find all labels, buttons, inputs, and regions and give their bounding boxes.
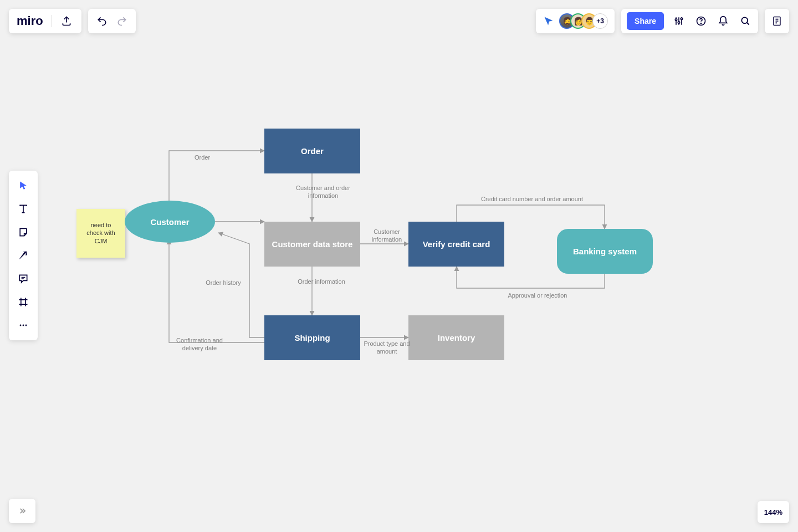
node-label: Inventory [438,333,475,342]
edge-label: Approuval or rejection [493,292,582,300]
sticky-note[interactable]: need to check with CJM [76,209,125,258]
sticky-text: need to check with CJM [86,222,115,244]
node-label: Order [301,146,324,156]
edge-label: Order information [294,278,349,286]
node-customer-data-store[interactable]: Customer data store [264,222,360,267]
node-label: Customer data store [272,239,353,249]
edge-label: Credit card number and order amount [466,196,598,203]
edge-label: Customer information [359,228,415,244]
canvas[interactable]: need to check with CJM Customer Order Cu… [0,0,798,532]
node-label: Banking system [573,247,637,256]
node-verify-credit-card[interactable]: Verify credit card [408,222,504,267]
node-label: Shipping [294,333,330,342]
edge-label: Customer and order information [287,185,359,200]
edge-label: Confirmation and delivery date [166,337,233,352]
edge-label: Order [183,154,222,162]
node-label: Customer [150,217,189,227]
node-order[interactable]: Order [264,129,360,173]
node-inventory[interactable]: Inventory [408,315,504,360]
edge-label: Order history [198,279,248,287]
node-shipping[interactable]: Shipping [264,315,360,360]
node-customer[interactable]: Customer [125,201,215,243]
edges-layer [0,0,798,532]
node-label: Verify credit card [423,239,490,249]
edge-label: Product type and amount [359,340,415,356]
node-banking-system[interactable]: Banking system [557,229,653,274]
